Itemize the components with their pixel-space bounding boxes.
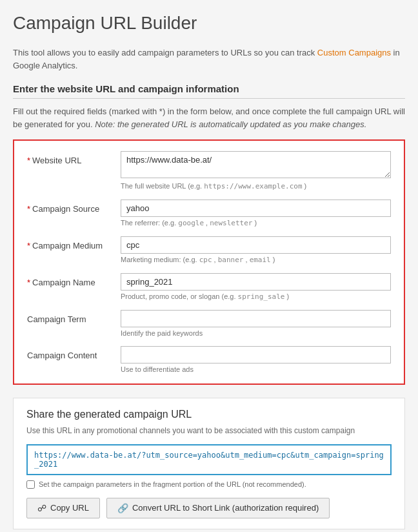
hint-website-url: The full website URL (e.g. https://www.e…	[121, 182, 391, 190]
campaign-source-input[interactable]	[121, 200, 391, 217]
campaign-name-input[interactable]	[121, 273, 391, 291]
campaign-term-input[interactable]	[121, 310, 391, 327]
campaign-form: *Website URL https://www.data-be.at/ The…	[13, 139, 405, 385]
field-col-campaign-name: Product, promo code, or slogan (e.g. spr…	[121, 273, 391, 301]
copy-url-button[interactable]: ☍ Copy URL	[26, 498, 100, 518]
share-note: Use this URL in any promotional channels…	[26, 425, 392, 436]
field-col-campaign-content: Use to differentiate ads	[121, 346, 391, 373]
hint-campaign-name: Product, promo code, or slogan (e.g. spr…	[121, 292, 391, 301]
required-marker: *	[27, 204, 30, 214]
field-col-campaign-medium: Marketing medium: (e.g. cpc , banner , e…	[121, 236, 391, 264]
share-heading: Share the generated campaign URL	[26, 409, 392, 420]
field-col-website-url: https://www.data-be.at/ The full website…	[121, 151, 391, 190]
label-campaign-medium: *Campaign Medium	[27, 236, 121, 251]
share-box: Share the generated campaign URL Use thi…	[13, 398, 405, 529]
required-marker: *	[27, 278, 30, 287]
form-row-campaign-medium: *Campaign Medium Marketing medium: (e.g.…	[27, 236, 391, 264]
page-title: Campaign URL Builder	[13, 13, 405, 34]
fragment-row: Set the campaign parameters in the fragm…	[26, 480, 392, 489]
hint-campaign-content: Use to differentiate ads	[121, 365, 391, 373]
intro-text: This tool allows you to easily add campa…	[13, 46, 405, 72]
convert-url-button[interactable]: 🔗 Convert URL to Short Link (authorizati…	[106, 498, 330, 518]
field-col-campaign-term: Identify the paid keywords	[121, 310, 391, 337]
intro-text-before: This tool allows you to easily add campa…	[13, 48, 317, 57]
copy-icon: ☍	[37, 503, 46, 513]
form-row-campaign-source: *Campaign Source The referrer: (e.g. goo…	[27, 200, 391, 227]
fragment-checkbox[interactable]	[26, 480, 35, 489]
campaign-medium-input[interactable]	[121, 236, 391, 254]
form-row-campaign-content: Campaign Content Use to differentiate ad…	[27, 346, 391, 373]
generated-url: https://www.data-be.at/?utm_source=yahoo…	[26, 444, 392, 475]
convert-url-label: Convert URL to Short Link (authorization…	[132, 503, 319, 513]
website-url-input[interactable]: https://www.data-be.at/	[121, 151, 391, 178]
label-campaign-source: *Campaign Source	[27, 200, 121, 214]
label-campaign-content: Campaign Content	[27, 346, 121, 360]
button-row: ☍ Copy URL 🔗 Convert URL to Short Link (…	[26, 498, 392, 518]
required-marker: *	[27, 241, 30, 251]
field-col-campaign-source: The referrer: (e.g. google , newsletter …	[121, 200, 391, 227]
copy-url-label: Copy URL	[50, 503, 89, 513]
label-campaign-name: *Campaign Name	[27, 273, 121, 287]
required-marker: *	[27, 156, 30, 165]
hint-campaign-medium: Marketing medium: (e.g. cpc , banner , e…	[121, 256, 391, 264]
fragment-label: Set the campaign parameters in the fragm…	[39, 480, 306, 488]
custom-campaigns-link[interactable]: Custom Campaigns	[317, 48, 391, 57]
form-row-campaign-name: *Campaign Name Product, promo code, or s…	[27, 273, 391, 301]
fill-note: Fill out the required fields (marked wit…	[13, 105, 405, 130]
label-campaign-term: Campaign Term	[27, 310, 121, 324]
section-heading: Enter the website URL and campaign infor…	[13, 83, 405, 99]
link-icon: 🔗	[117, 503, 128, 513]
campaign-content-input[interactable]	[121, 346, 391, 363]
hint-campaign-source: The referrer: (e.g. google , newsletter …	[121, 219, 391, 227]
form-row-website-url: *Website URL https://www.data-be.at/ The…	[27, 151, 391, 190]
hint-campaign-term: Identify the paid keywords	[121, 329, 391, 337]
form-row-campaign-term: Campaign Term Identify the paid keywords	[27, 310, 391, 337]
label-website-url: *Website URL	[27, 151, 121, 165]
